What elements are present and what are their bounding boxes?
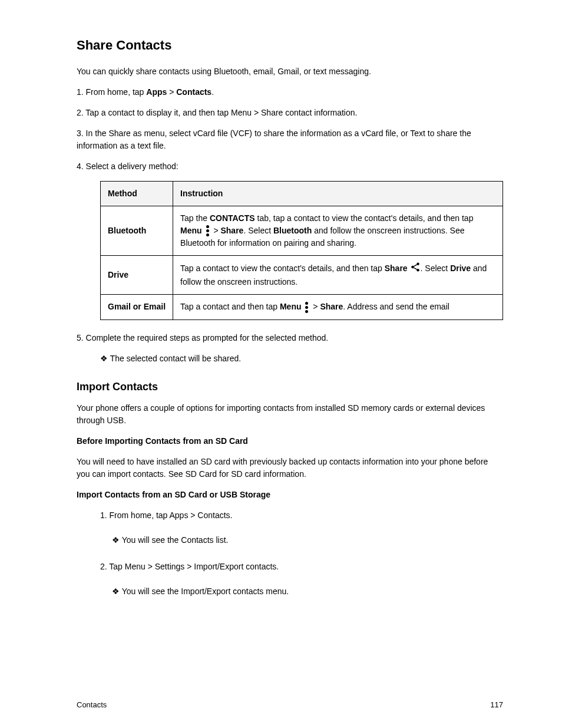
page-footer: Contacts 117 xyxy=(77,699,503,711)
method-drive: Drive xyxy=(101,256,173,295)
import-from-sd-heading: Import Contacts from an SD Card or USB S… xyxy=(77,489,503,501)
svg-line-3 xyxy=(414,265,416,266)
svg-point-1 xyxy=(411,266,414,269)
table-row: Gmail or Email Tap a contact and then ta… xyxy=(101,295,503,319)
step-1: 1. From home, tap Apps > Contacts. xyxy=(77,86,503,98)
section-import-contacts: Import Contacts xyxy=(77,379,503,395)
table-row: Drive Tap a contact to view the contact'… xyxy=(101,256,503,295)
result-text: ❖ The selected contact will be shared. xyxy=(100,353,503,365)
instruction-gmail: Tap a contact and then tap Menu > Share.… xyxy=(173,295,503,319)
page-title: Share Contacts xyxy=(77,35,503,55)
menu-icon xyxy=(204,225,211,237)
step-5: 5. Complete the required steps as prompt… xyxy=(77,332,503,344)
step-4-intro: 4. Select a delivery method: xyxy=(77,160,503,173)
method-bluetooth: Bluetooth xyxy=(101,206,173,256)
svg-line-4 xyxy=(414,268,416,269)
list-item: 1. From home, tap Apps > Contacts. ❖ You… xyxy=(100,509,503,546)
before-import-heading: Before Importing Contacts from an SD Car… xyxy=(77,435,503,447)
list-item: 2. Tap Menu > Settings > Import/Export c… xyxy=(100,561,503,598)
page-number: 117 xyxy=(490,699,503,711)
instruction-drive: Tap a contact to view the contact's deta… xyxy=(173,256,503,295)
share-icon xyxy=(410,262,421,276)
svg-point-2 xyxy=(416,269,419,272)
footer-section: Contacts xyxy=(77,699,107,711)
col-method: Method xyxy=(101,182,173,206)
step-3: 3. In the Share as menu, select vCard fi… xyxy=(77,127,503,152)
step-2: 2. Tap a contact to display it, and then… xyxy=(77,107,503,119)
delivery-methods-table: Method Instruction Bluetooth Tap the CON… xyxy=(100,181,503,320)
col-instruction: Instruction xyxy=(173,182,503,206)
svg-point-0 xyxy=(416,263,419,266)
before-import-text: You will need to have installed an SD ca… xyxy=(77,456,503,480)
instruction-bluetooth: Tap the CONTACTS tab, tab, tap a contact… xyxy=(173,206,503,256)
intro-paragraph: You can quickly share contacts using Blu… xyxy=(77,65,503,78)
import-intro: Your phone offers a couple of options fo… xyxy=(77,402,503,427)
method-gmail: Gmail or Email xyxy=(101,295,173,319)
menu-icon xyxy=(303,302,310,314)
table-row: Bluetooth Tap the CONTACTS tab, tab, tap… xyxy=(101,206,503,256)
